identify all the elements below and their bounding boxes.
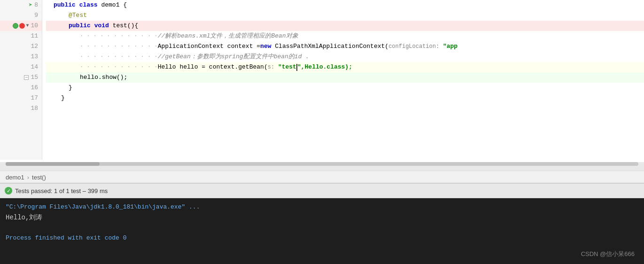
green-circle-icon <box>13 23 18 29</box>
code-line-10: public void test(){ <box>46 21 644 31</box>
code-line-16: } <box>46 83 644 93</box>
csdn-watermark: CSDN @信小呆666 <box>581 250 635 258</box>
keyword-public-10: public <box>69 21 91 31</box>
keyword-void: void <box>94 21 109 31</box>
output-empty-line <box>6 223 638 233</box>
line-numbers: ➤ 8 9 ▼ 10 11 12 13 14 — 15 <box>0 0 42 160</box>
line-number-11: 11 <box>0 31 42 41</box>
test-pass-icon: ✓ <box>5 187 12 194</box>
scrollbar-track <box>6 162 638 166</box>
keyword-public: public <box>54 0 76 10</box>
param-hint-config: configLocation: <box>388 41 439 52</box>
line-number-16: 16 <box>0 83 42 93</box>
line-number-18: 18 <box>0 103 42 114</box>
annotation-test: @Test <box>69 10 87 21</box>
code-line-17: } <box>46 93 644 103</box>
code-line-15: hello.show(); <box>46 72 644 83</box>
line-number-13: 13 <box>0 52 42 62</box>
comment-13: //getBean：参数即为spring配置文件中bean的id . <box>158 52 309 62</box>
scrollbar-thumb[interactable] <box>6 162 100 166</box>
line-number-15: — 15 <box>0 72 42 83</box>
breadcrumb-bar: demo1 › test() <box>0 171 644 183</box>
dropdown-icon[interactable]: ▼ <box>26 21 29 31</box>
line-number-9: 9 <box>0 10 42 21</box>
comment-11: //解析beans.xml文件，生成管理相应的Bean对象 <box>158 31 298 41</box>
keyword-class: class <box>79 0 98 10</box>
code-lines: public class demo1 { @Test public void t… <box>42 0 644 160</box>
line-number-12: 12 <box>0 41 42 52</box>
output-cmd-line: "C:\Program Files\Java\jdk1.8.0_181\bin\… <box>6 202 638 212</box>
editor-area: ➤ 8 9 ▼ 10 11 12 13 14 — 15 <box>0 0 644 183</box>
breadcrumb-method: test() <box>32 174 46 181</box>
line-number-17: 17 <box>0 93 42 103</box>
test-header: ✓ Tests passed: 1 of 1 test – 399 ms <box>0 183 644 198</box>
test-output-area: "C:\Program Files\Java\jdk1.8.0_181\bin\… <box>0 198 644 264</box>
code-line-8: public class demo1 { <box>46 0 644 10</box>
string-app: "app <box>443 41 458 52</box>
code-line-13: · · · · · · · · · · · · //getBean：参数即为sp… <box>46 52 644 62</box>
line-number-14: 14 <box>0 62 42 72</box>
output-process-line: Process finished with exit code 0 <box>6 233 638 243</box>
code-line-11: · · · · · · · · · · · · //解析beans.xml文件，… <box>46 31 644 41</box>
string-test: "test <box>278 62 296 72</box>
test-status-label: Tests passed: 1 of 1 test – 399 ms <box>15 187 108 194</box>
code-line-12: · · · · · · · · · · · · ApplicationConte… <box>46 41 644 52</box>
line-number-10: ▼ 10 <box>0 21 42 31</box>
param-hint-s: s: <box>268 62 274 72</box>
red-circle-icon <box>19 23 25 29</box>
code-line-14: · · · · · · · · · · · · Hello hello = co… <box>46 62 644 72</box>
test-results-panel: ✓ Tests passed: 1 of 1 test – 399 ms "C:… <box>0 183 644 264</box>
breadcrumb-file: demo1 <box>6 174 24 181</box>
code-line-9: @Test <box>46 10 644 21</box>
output-hello-line: Hello,刘涛 <box>6 212 638 223</box>
fold-icon[interactable]: — <box>24 75 29 80</box>
code-container: ➤ 8 9 ▼ 10 11 12 13 14 — 15 <box>0 0 644 160</box>
green-arrow-icon: ➤ <box>29 0 32 10</box>
breadcrumb-separator: › <box>27 174 29 181</box>
horizontal-scrollbar[interactable] <box>0 162 644 171</box>
line-number-8: ➤ 8 <box>0 0 42 10</box>
keyword-new: new <box>260 41 271 52</box>
code-line-18 <box>46 103 644 114</box>
